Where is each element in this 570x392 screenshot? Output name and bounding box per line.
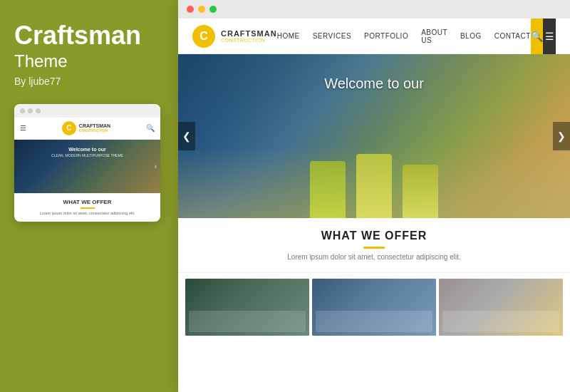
- mini-navbar: ☰ C CRAFTSMAN CONSTRUCTION 🔍: [14, 118, 160, 140]
- offer-title: WHAT WE OFFER: [192, 229, 556, 242]
- chevron-right-icon: ❯: [557, 130, 566, 142]
- mini-browser-preview: ☰ C CRAFTSMAN CONSTRUCTION 🔍 Welcome to …: [14, 104, 160, 222]
- hero-arrow-left[interactable]: ❮: [178, 122, 195, 150]
- thumbnail-row: [178, 273, 570, 341]
- mini-browser-bar: [14, 104, 160, 118]
- thumbnail-3: [439, 279, 563, 336]
- nav-link-services[interactable]: SERVICES: [313, 32, 351, 40]
- main-logo-circle: C: [192, 25, 215, 48]
- mini-offer-section: WHAT WE OFFER Lorem ipsum dolor sit amet…: [14, 193, 160, 222]
- mini-hero-subtext: CLEAN, MODERN MULTIPURPOSE THEME: [51, 153, 123, 158]
- mini-dot-1: [20, 108, 25, 113]
- mini-offer-title: WHAT WE OFFER: [21, 199, 153, 205]
- main-logo-text: CRAFTSMAN CONSTRUCTION: [221, 29, 277, 43]
- main-nav-links: HOME SERVICES PORTFOLIO ABOUT US BLOG CO…: [277, 29, 531, 44]
- theme-author: By ljube77: [14, 76, 160, 87]
- main-browser: C CRAFTSMAN CONSTRUCTION HOME SERVICES P…: [178, 0, 570, 392]
- mini-dot-2: [28, 108, 33, 113]
- theme-subtitle: Theme: [14, 51, 160, 71]
- nav-link-portfolio[interactable]: PORTFOLIO: [364, 32, 408, 40]
- mini-offer-text: Lorem ipsum dolor sit amet, consectetur …: [21, 211, 153, 217]
- mini-logo-text: CRAFTSMAN CONSTRUCTION: [79, 123, 110, 133]
- main-logo-tagline: CONSTRUCTION: [221, 38, 277, 43]
- hero-welcome-text: Welcome to our: [324, 76, 424, 92]
- theme-title: Craftsman: [14, 21, 160, 50]
- mini-logo: C CRAFTSMAN CONSTRUCTION: [62, 121, 110, 135]
- offer-section: WHAT WE OFFER Lorem ipsum dolor sit amet…: [178, 218, 570, 273]
- main-logo-area: C CRAFTSMAN CONSTRUCTION: [192, 25, 277, 48]
- thumbnail-2: [312, 279, 436, 336]
- offer-description: Lorem ipsum dolor sit amet, consectetur …: [192, 253, 556, 261]
- main-menu-button[interactable]: ☰: [543, 19, 556, 54]
- mini-dot-3: [36, 108, 41, 113]
- dot-yellow: [198, 6, 205, 13]
- mini-search-icon: 🔍: [146, 124, 155, 132]
- nav-link-about[interactable]: ABOUT US: [421, 29, 447, 44]
- mini-hamburger-icon: ☰: [20, 124, 26, 132]
- nav-link-home[interactable]: HOME: [277, 32, 300, 40]
- main-hero: Welcome to our ❮ ❯: [178, 54, 570, 218]
- thumbnail-1: [185, 279, 309, 336]
- main-area: C CRAFTSMAN CONSTRUCTION HOME SERVICES P…: [178, 0, 570, 392]
- dot-green: [209, 6, 217, 13]
- nav-link-blog[interactable]: BLOG: [460, 32, 482, 40]
- search-icon: 🔍: [531, 31, 543, 42]
- mini-hero-arrow-right: ›: [155, 163, 157, 170]
- hero-arrow-right[interactable]: ❯: [553, 122, 570, 150]
- dot-red: [187, 6, 194, 13]
- main-navbar: C CRAFTSMAN CONSTRUCTION HOME SERVICES P…: [178, 19, 570, 54]
- mini-hero: Welcome to our CLEAN, MODERN MULTIPURPOS…: [14, 140, 160, 193]
- mini-hero-text: Welcome to our: [51, 147, 123, 152]
- hero-text-overlay: Welcome to our: [324, 76, 424, 92]
- left-panel: Craftsman Theme By ljube77 ☰ C CRAFTSMAN…: [0, 0, 175, 392]
- chevron-left-icon: ❮: [182, 130, 191, 142]
- main-search-button[interactable]: 🔍: [531, 19, 544, 54]
- main-logo-name: CRAFTSMAN: [221, 29, 277, 38]
- offer-divider: [363, 247, 385, 249]
- nav-link-contact[interactable]: CONTACT: [494, 32, 531, 40]
- menu-icon: ☰: [545, 31, 554, 42]
- mini-offer-divider: [81, 207, 95, 209]
- mini-logo-circle: C: [62, 121, 76, 135]
- main-browser-bar: [178, 0, 570, 19]
